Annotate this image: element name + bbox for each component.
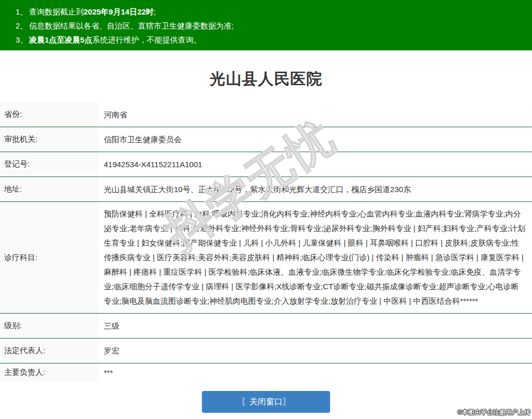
row-label: 地址: xyxy=(0,177,99,201)
notice-number: 2、 xyxy=(16,19,29,33)
hospital-info-table: 省份: 河南省 审批机关: 信阳市卫生健康委员会 登记号: 41942534-X… xyxy=(0,102,532,382)
page-title: 光山县人民医院 xyxy=(0,69,532,90)
notice-banner: 1、查询数据截止到2025年9月14日22时; 2、信息数据结果以各省、自治区、… xyxy=(0,0,532,50)
notice-text: 信息数据结果以各省、自治区、直辖市卫生健康委数据为准; xyxy=(29,21,234,30)
table-row-approval-authority: 审批机关: 信阳市卫生健康委员会 xyxy=(0,127,532,152)
row-value: 信阳市卫生健康委员会 xyxy=(99,127,532,152)
row-label: 法定代表人: xyxy=(0,339,99,363)
notice-text: 系统进行维护，不能提供查询。 xyxy=(92,35,201,44)
notice-text-bold: 2025年9月14日22时 xyxy=(84,7,154,16)
table-row-address: 地址: 光山县城关镇正大街10号、正大街222号，紫水大街和光辉大道交汇口，槐店… xyxy=(0,177,532,202)
notice-line-2: 2、信息数据结果以各省、自治区、直辖市卫生健康委数据为准; xyxy=(16,19,527,33)
button-section: 〖关闭窗口〗 xyxy=(0,391,532,413)
table-row-level: 级别: 三级 xyxy=(0,314,532,339)
notice-line-1: 1、查询数据截止到2025年9月14日22时; xyxy=(16,5,527,19)
row-value: 罗宏 xyxy=(99,339,532,363)
row-value: 光山县城关镇正大街10号、正大街222号，紫水大街和光辉大道交汇口，槐店乡国道2… xyxy=(99,177,532,202)
row-value: 41942534-X41152211A1001 xyxy=(99,152,532,177)
row-label: 审批机关: xyxy=(0,127,99,152)
notice-text: ; xyxy=(154,7,156,16)
row-label: 省份: xyxy=(0,102,99,127)
table-row-province: 省份: 河南省 xyxy=(0,102,532,127)
title-section: 光山县人民医院 xyxy=(0,50,532,102)
table-row-registration-number: 登记号: 41942534-X41152211A1001 xyxy=(0,152,532,177)
notice-text: 查询数据截止到 xyxy=(29,7,84,16)
row-value: 三级 xyxy=(99,314,532,339)
notice-number: 1、 xyxy=(16,5,29,19)
row-label: 主要负责人: xyxy=(0,363,99,382)
row-value: 河南省 xyxy=(99,102,532,127)
notice-text-bold: 凌晨1点至凌晨5点 xyxy=(29,35,92,44)
notice-number: 3、 xyxy=(16,33,29,47)
row-value: 预防保健科 | 全科医疗科 | 内科;呼吸内科专业;消化内科专业;神经内科专业;… xyxy=(99,202,532,313)
notice-line-3: 3、凌晨1点至凌晨5点系统进行维护，不能提供查询。 xyxy=(16,33,527,47)
table-row-person-in-charge: 主要负责人: *** xyxy=(0,363,532,382)
row-label: 登记号: xyxy=(0,152,99,177)
row-label: 级别: xyxy=(0,314,99,338)
table-row-medical-departments: 诊疗科目: 预防保健科 | 全科医疗科 | 内科;呼吸内科专业;消化内科专业;神… xyxy=(0,202,532,314)
row-label: 诊疗科目: xyxy=(0,202,99,313)
close-window-button[interactable]: 〖关闭窗口〗 xyxy=(202,391,330,413)
row-value: *** xyxy=(99,360,532,385)
